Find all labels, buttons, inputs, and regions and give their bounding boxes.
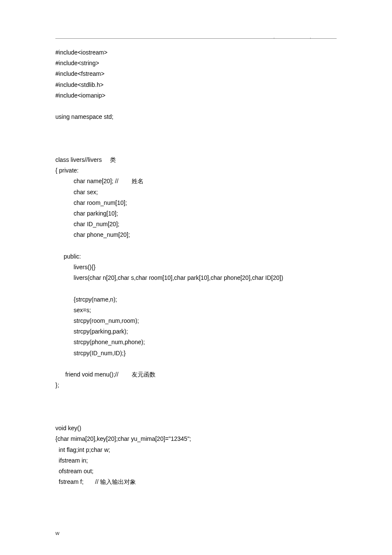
footer-marker: w: [55, 528, 59, 538]
page-container: . . #include<iostream> #include<string> …: [0, 0, 392, 504]
header-divider: . .: [55, 38, 337, 39]
header-dots: . .: [274, 33, 328, 41]
code-content: #include<iostream> #include<string> #inc…: [55, 47, 337, 487]
